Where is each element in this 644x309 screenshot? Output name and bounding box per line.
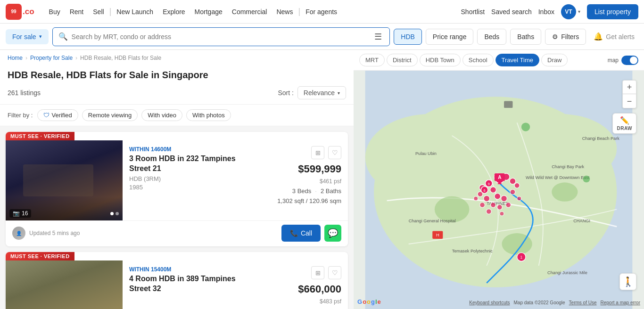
with-photos-tag-label: With photos — [192, 112, 225, 119]
sort-chevron-icon: ▾ — [338, 90, 340, 96]
remote-viewing-tag-label: Remote viewing — [88, 112, 132, 119]
within-badge-2: WITHIN 15400M — [129, 266, 254, 273]
report-link[interactable]: Report a map error — [601, 300, 640, 305]
main-content: Home › Property for Sale › HDB Resale, H… — [0, 50, 644, 309]
sort-select[interactable]: Relevance ▾ — [297, 86, 346, 99]
zoom-out-button[interactable]: − — [622, 94, 636, 108]
call-button-1[interactable]: 📞 Call — [281, 225, 321, 242]
beds-baths-sep: · — [315, 187, 317, 195]
map-tab-district[interactable]: District — [387, 54, 418, 66]
with-video-filter-tag[interactable]: With video — [141, 109, 182, 121]
heart-icon-btn-2[interactable]: ♡ — [328, 266, 341, 279]
map-toggle: map — [608, 56, 638, 65]
map-zoom-controls: + − — [622, 80, 636, 108]
list-property-button[interactable]: List property — [587, 4, 638, 19]
baths-filter-button[interactable]: Baths — [510, 29, 541, 45]
verified-tag-label: Verified — [51, 112, 72, 119]
nav-for-agents[interactable]: For agents — [301, 5, 341, 18]
toggle-knob — [630, 57, 637, 64]
search-input[interactable] — [72, 33, 373, 41]
filters-button[interactable]: ⚙ Filters — [545, 29, 586, 45]
map-background[interactable]: Pulau Ubin Changi Beach Park Changi Bay … — [354, 71, 644, 309]
nav-mortgage[interactable]: Mortgage — [190, 5, 227, 18]
compare-icon-btn-2[interactable]: ⊞ — [311, 266, 324, 279]
nav-buy[interactable]: Buy — [45, 5, 65, 18]
with-photos-filter-tag[interactable]: With photos — [186, 109, 231, 121]
map-draw-button[interactable]: ✏️ DRAW — [612, 113, 636, 134]
psf-1: $461 psf — [320, 178, 341, 185]
price-range-filter-button[interactable]: Price range — [426, 29, 474, 45]
for-sale-button[interactable]: For sale ▾ — [6, 29, 49, 44]
remote-viewing-filter-tag[interactable]: Remote viewing — [82, 109, 138, 121]
svg-text:Changi General Hospital: Changi General Hospital — [409, 219, 456, 223]
breadcrumb-current: HDB Resale, HDB Flats for Sale — [80, 55, 161, 61]
listing-image-1[interactable]: 📷 16 — [6, 140, 123, 220]
listing-card: MUST SEE · VERIFIED 📷 16 — [6, 132, 348, 246]
agent-avatar-1: 👤 — [12, 227, 25, 240]
breadcrumb-property-sale[interactable]: Property for Sale — [30, 55, 73, 61]
nav-commercial[interactable]: Commercial — [228, 5, 272, 18]
dot-2[interactable] — [116, 212, 119, 215]
map-tab-school[interactable]: School — [462, 54, 494, 66]
bell-icon: 🔔 — [594, 32, 603, 41]
hdb-filter-button[interactable]: HDB — [394, 29, 422, 45]
dot-1-active[interactable] — [110, 212, 114, 215]
filter-by-label: Filter by : — [8, 112, 33, 119]
property-name-1[interactable]: 3 Room HDB in 232 Tampines Street 21 — [129, 154, 254, 174]
property-name-2[interactable]: 4 Room HDB in 389 Tampines Street 32 — [129, 274, 254, 294]
svg-point-47 — [583, 176, 590, 183]
photo-count-1: 📷 16 — [9, 209, 31, 218]
nav-rent[interactable]: Rent — [66, 5, 88, 18]
person-icon: 🚶 — [622, 276, 634, 287]
inbox-button[interactable]: Inbox — [538, 8, 554, 16]
logo[interactable]: 99 .co — [6, 4, 34, 20]
svg-text:H: H — [436, 233, 439, 237]
shortlist-button[interactable]: Shortlist — [461, 8, 485, 16]
breadcrumb-home[interactable]: Home — [8, 55, 23, 61]
saved-search-button[interactable]: Saved search — [491, 8, 532, 16]
zoom-in-button[interactable]: + — [622, 80, 636, 94]
header-right: Shortlist Saved search Inbox VT ▾ List p… — [461, 4, 638, 19]
left-panel: Home › Property for Sale › HDB Resale, H… — [0, 50, 354, 309]
svg-text:CHANGI: CHANGI — [573, 219, 590, 223]
price-2: $660,000 — [298, 283, 341, 295]
listing-image-2[interactable] — [6, 260, 123, 309]
svg-text:6: 6 — [484, 188, 486, 193]
avatar-button[interactable]: VT ▾ — [561, 4, 580, 19]
svg-point-6 — [552, 182, 578, 201]
map-tab-travel-time[interactable]: Travel Time — [495, 54, 539, 66]
nav-sep-2: | — [298, 7, 300, 16]
listing-image-placeholder-1 — [6, 140, 123, 220]
nav-sep-1: | — [109, 7, 112, 16]
whatsapp-button-1[interactable]: 💬 — [324, 225, 341, 242]
beds-filter-button[interactable]: Beds — [477, 29, 506, 45]
get-alerts-button[interactable]: 🔔 Get alerts — [590, 32, 638, 41]
search-icon: 🔍 — [58, 32, 68, 41]
map-tab-draw[interactable]: Draw — [541, 54, 568, 66]
svg-text:Changi Bay Park: Changi Bay Park — [552, 164, 584, 169]
keyboard-shortcuts-link[interactable]: Keyboard shortcuts — [469, 300, 510, 305]
map-tab-hdb-town[interactable]: HDB Town — [420, 54, 461, 66]
agent-time-1: Updated 5 mins ago — [29, 230, 80, 236]
main-nav: Buy Rent Sell | New Launch Explore Mortg… — [45, 5, 458, 18]
svg-text:1: 1 — [520, 255, 523, 260]
compare-icon-btn-1[interactable]: ⊞ — [311, 146, 324, 159]
nav-explore[interactable]: Explore — [158, 5, 189, 18]
nav-new-launch[interactable]: New Launch — [112, 5, 157, 18]
terms-link[interactable]: Terms of Use — [569, 300, 597, 305]
menu-icon[interactable]: ☰ — [372, 32, 384, 42]
map-toggle-switch[interactable] — [621, 56, 638, 65]
map-tab-mrt[interactable]: MRT — [359, 54, 385, 66]
heart-icon-btn-1[interactable]: ♡ — [328, 146, 341, 159]
svg-rect-45 — [504, 101, 512, 108]
right-panel: MRT District HDB Town School Travel Time… — [354, 50, 644, 309]
image-controls-1: 📷 16 — [9, 209, 119, 218]
nav-sell[interactable]: Sell — [89, 5, 108, 18]
svg-point-2 — [365, 114, 495, 201]
nav-news[interactable]: News — [272, 5, 297, 18]
avatar: VT — [561, 4, 576, 19]
breadcrumb: Home › Property for Sale › HDB Resale, H… — [0, 50, 354, 66]
whatsapp-icon: 💬 — [328, 228, 338, 238]
verified-filter-tag[interactable]: 🛡 Verified — [37, 109, 78, 121]
map-person-button[interactable]: 🚶 — [619, 273, 636, 290]
